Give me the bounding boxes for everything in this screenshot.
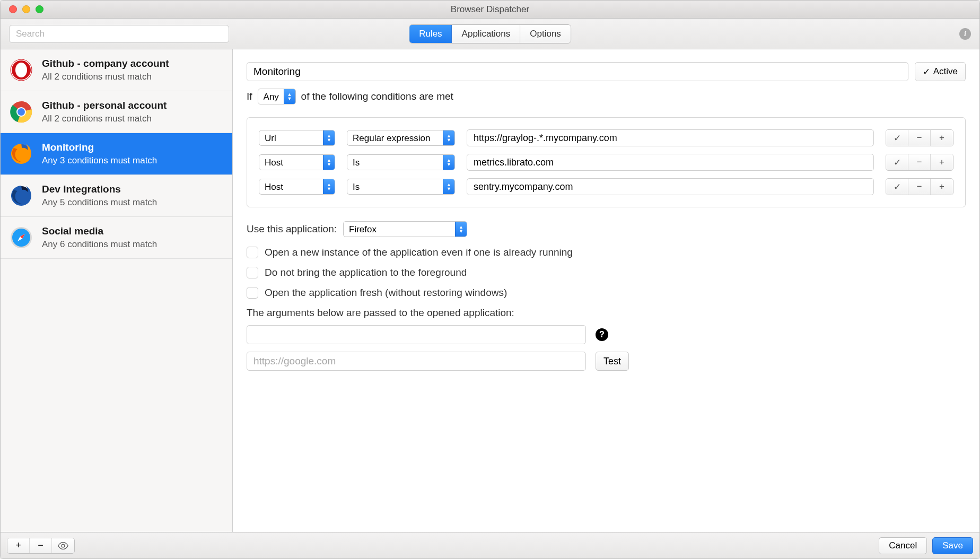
rule-name: Github - company account [42,58,169,69]
condition-value-input[interactable] [467,154,874,171]
add-rule-button[interactable]: + [7,538,30,553]
rule-subtitle: Any 3 conditions must match [42,155,157,166]
search-input[interactable] [9,25,229,43]
checkbox-new-instance[interactable] [247,247,258,258]
rule-subtitle: Any 5 conditions must match [42,197,157,208]
svg-point-3 [18,108,25,116]
cancel-button[interactable]: Cancel [879,537,927,554]
chevron-updown-icon: ▲▼ [443,179,454,194]
active-toggle[interactable]: ✓ Active [915,62,966,81]
condition-field-select[interactable]: Url ▲▼ [259,130,335,146]
use-application-label: Use this application: [247,223,337,235]
sidebar-item-dev-integrations[interactable]: Dev integrations Any 5 conditions must m… [1,175,232,217]
condition-operator-select[interactable]: Is ▲▼ [347,154,455,170]
eye-icon [58,542,68,549]
chevron-updown-icon: ▲▼ [323,179,335,194]
chevron-updown-icon: ▲▼ [443,130,454,145]
chevron-updown-icon: ▲▼ [284,89,295,104]
safari-icon [10,226,32,249]
opera-icon [10,59,32,81]
test-url-input[interactable] [247,352,586,371]
rule-name: Github - personal account [42,100,167,111]
chevron-updown-icon: ▲▼ [323,130,335,145]
rule-subtitle: Any 6 conditions must match [42,239,157,250]
condition-field-select[interactable]: Host ▲▼ [259,154,335,170]
check-icon: ✓ [923,66,930,77]
condition-operator-select[interactable]: Regular expression ▲▼ [347,130,455,146]
rule-subtitle: All 2 conditions must match [42,72,169,82]
rule-name-input[interactable] [247,62,908,81]
rule-list: Github - company account All 2 condition… [1,49,232,532]
rule-name: Social media [42,225,157,237]
application-select[interactable]: Firefox ▲▼ [343,221,467,237]
sentence-suffix: of the following conditions are met [301,91,453,102]
sidebar-item-github-company[interactable]: Github - company account All 2 condition… [1,49,232,91]
add-condition-button[interactable]: + [931,154,953,170]
chrome-icon [10,101,32,123]
add-condition-button[interactable]: + [931,130,953,146]
toggle-condition-button[interactable]: ✓ [886,179,908,195]
checkbox-label: Do not bring the application to the fore… [265,267,467,278]
rule-subtitle: All 2 conditions must match [42,113,167,124]
window-title: Browser Dispatcher [1,4,979,15]
rule-name: Monitoring [42,142,157,153]
remove-condition-button[interactable]: − [908,179,931,195]
sidebar: Github - company account All 2 condition… [1,49,233,532]
condition-field-select[interactable]: Host ▲▼ [259,179,335,195]
condition-operator-select[interactable]: Is ▲▼ [347,179,455,195]
active-label: Active [933,66,958,77]
tab-rules[interactable]: Rules [409,25,452,43]
toggle-condition-button[interactable]: ✓ [886,130,908,146]
save-button[interactable]: Save [932,537,973,554]
titlebar: Browser Dispatcher [1,1,979,19]
firefox-dev-icon [10,185,32,207]
condition-row: Host ▲▼ Is ▲▼ ✓ − + [259,178,953,195]
sentence-prefix: If [247,91,252,102]
add-condition-button[interactable]: + [931,179,953,195]
match-mode-select[interactable]: Any ▲▼ [258,89,296,104]
remove-rule-button[interactable]: − [30,538,52,553]
condition-value-input[interactable] [467,129,874,146]
arguments-input[interactable] [247,325,586,344]
preview-button[interactable] [52,538,74,553]
chevron-updown-icon: ▲▼ [323,155,335,170]
tab-segmented-control: Rules Applications Options [409,24,571,43]
condition-value-input[interactable] [467,178,874,195]
toggle-condition-button[interactable]: ✓ [886,154,908,170]
tab-options[interactable]: Options [520,25,571,43]
sidebar-controls: + − [7,538,75,554]
bottom-bar: + − Cancel Save [1,532,979,558]
condition-row-buttons: ✓ − + [886,154,953,171]
condition-row-buttons: ✓ − + [886,129,953,146]
checkbox-no-foreground[interactable] [247,267,258,278]
checkbox-label: Open the application fresh (without rest… [265,287,507,299]
help-icon[interactable]: ? [596,328,608,341]
firefox-icon [10,143,32,165]
sidebar-item-social-media[interactable]: Social media Any 6 conditions must match [1,217,232,259]
conditions-box: Url ▲▼ Regular expression ▲▼ ✓ − + Host [247,117,966,207]
remove-condition-button[interactable]: − [908,154,931,170]
sidebar-item-monitoring[interactable]: Monitoring Any 3 conditions must match [1,133,232,175]
condition-row: Url ▲▼ Regular expression ▲▼ ✓ − + [259,129,953,146]
checkbox-open-fresh[interactable] [247,287,258,299]
test-button[interactable]: Test [596,352,629,371]
rule-name: Dev integrations [42,184,157,195]
chevron-updown-icon: ▲▼ [443,155,454,170]
remove-condition-button[interactable]: − [908,130,931,146]
condition-row: Host ▲▼ Is ▲▼ ✓ − + [259,154,953,171]
svg-point-10 [62,544,65,547]
sidebar-item-github-personal[interactable]: Github - personal account All 2 conditio… [1,91,232,133]
info-icon[interactable]: i [959,28,971,40]
detail-pane: ✓ Active If Any ▲▼ of the following cond… [233,49,979,532]
checkbox-label: Open a new instance of the application e… [265,247,573,258]
tab-applications[interactable]: Applications [452,25,521,43]
chevron-updown-icon: ▲▼ [455,222,467,237]
arguments-label: The arguments below are passed to the op… [247,307,966,319]
toolbar: Rules Applications Options i [1,19,979,49]
condition-row-buttons: ✓ − + [886,178,953,195]
